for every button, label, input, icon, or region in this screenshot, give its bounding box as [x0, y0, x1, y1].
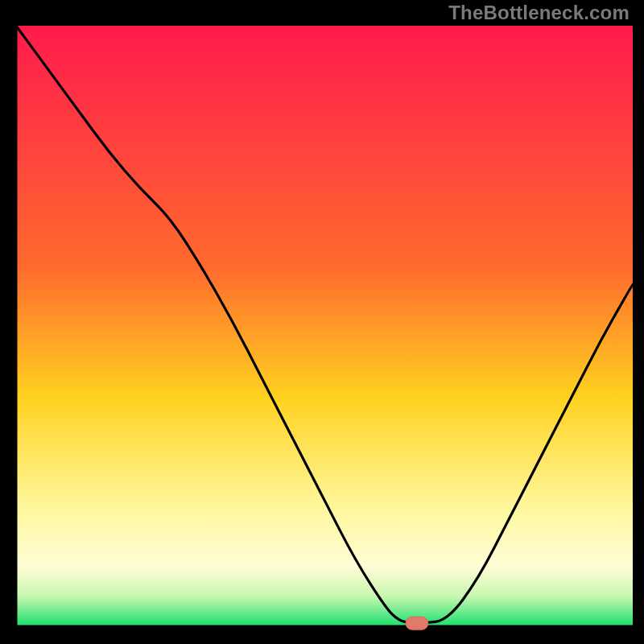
bottleneck-chart — [14, 26, 633, 631]
gradient-background — [16, 26, 633, 626]
chart-outer: TheBottleneck.com — [0, 0, 644, 644]
watermark-text: TheBottleneck.com — [448, 2, 630, 24]
plot-area — [14, 26, 633, 631]
optimal-marker — [406, 617, 428, 630]
